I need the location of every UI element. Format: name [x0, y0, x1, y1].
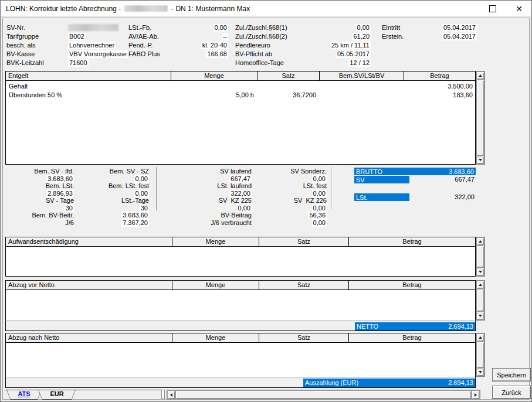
bem-sv-lfd-label: Bem. SV - lfd. — [34, 168, 74, 175]
scrollbar-thumb[interactable] — [476, 246, 484, 268]
column-header-satz: Satz — [259, 237, 349, 246]
scrollbar-thumb[interactable] — [476, 80, 484, 156]
grid-row-ueberstunden[interactable]: Überstunden 50 % 5,00 h 36,7200 183,60 — [6, 91, 475, 100]
scroll-left-button[interactable] — [167, 390, 175, 399]
zurueck-button[interactable]: Zurück — [492, 386, 531, 399]
horizontal-scrollbar[interactable] — [167, 390, 480, 400]
bv-beitrag-value: 56,36 — [308, 212, 327, 219]
tab-strip-handle[interactable] — [161, 390, 165, 399]
column-header-abzug-nach: Abzug nach Netto — [6, 333, 172, 342]
sv-laufend-label: SV laufend — [220, 168, 252, 175]
zuschlag-68-2-value[interactable]: 61,20 — [352, 33, 371, 40]
close-button[interactable]: ✕ — [513, 3, 525, 14]
homeoffice-tage-label: Homeoffice-Tage — [235, 59, 284, 67]
fabo-plus-value[interactable]: 166,68 — [206, 50, 228, 58]
j6-verbraucht-value: 0,00 — [312, 219, 327, 227]
netto-band: NETTO 2.694,13 — [5, 321, 476, 331]
bv-kasse-value[interactable]: VBV Vorsorgekasse — [68, 50, 128, 58]
aufwand-grid-body[interactable] — [5, 247, 476, 277]
entgelt-vertical-scrollbar[interactable] — [476, 71, 485, 165]
abzug-nach-netto-grid: Abzug nach Netto Menge Satz Betrag — [5, 333, 476, 377]
grid-row-gehalt[interactable]: Gehalt 3.500,00 — [6, 82, 475, 91]
scroll-up-button[interactable] — [476, 333, 484, 342]
homeoffice-tage-value[interactable]: 12 / 12 — [348, 59, 371, 67]
tab-ats[interactable]: ATS — [6, 390, 42, 400]
column-header-menge: Menge — [172, 281, 259, 289]
entgelt-grid-body: Gehalt 3.500,00 Überstunden 50 % 5,00 h … — [5, 81, 476, 165]
netto-label: NETTO — [357, 323, 378, 331]
j6-value: 7.367,20 — [121, 219, 149, 227]
scroll-right-icon — [475, 393, 477, 397]
besch-als-value[interactable]: Lohnverrechner — [68, 42, 116, 49]
aufwand-vertical-scrollbar[interactable] — [476, 237, 485, 277]
bv-pflicht-ab-value[interactable]: 05.05.2017 — [336, 50, 371, 58]
pend-p-value[interactable]: kl. 20-40 — [201, 42, 228, 49]
aufwand-grid-header: Aufwandsentschädigung Menge Satz Betrag — [5, 237, 476, 247]
entgelt-grid-header: Entgelt Menge Satz Bem.SV/LSt/BV Betrag — [5, 71, 476, 81]
abzug-nach-netto-vertical-scrollbar[interactable] — [476, 333, 485, 377]
lst-total-value: 322,00 — [455, 193, 475, 201]
bvk-leitzahl-value[interactable]: 71600 — [68, 59, 89, 67]
bv-kasse-label: BV-Kasse — [6, 50, 35, 58]
maximize-button[interactable] — [487, 3, 499, 14]
window-title-prefix: LOHN: Korrektur letzte Abrechnung - — [6, 5, 121, 13]
zuschlag-68-1-value[interactable]: 0,00 — [356, 24, 371, 32]
tab-eur[interactable]: EUR — [38, 390, 76, 400]
close-icon: ✕ — [516, 5, 523, 13]
bem-bv-beitr-label: Bem. BV-Beitr. — [32, 212, 74, 219]
lst-fest-label: LSt. fest — [303, 182, 327, 190]
netto-value: 2.694,13 — [448, 323, 473, 331]
lst-laufend-label: LSt. laufend — [217, 182, 252, 190]
lst-tage-label: LSt.-Tage — [121, 197, 149, 205]
abzug-nach-netto-grid-body[interactable] — [5, 343, 476, 377]
erstein-value[interactable]: 05.04.2017 — [442, 33, 477, 40]
sv-kz226-label: SV KZ 226 — [294, 197, 327, 205]
sv-nr-redacted-value — [68, 24, 118, 31]
sv-total-value: 667,47 — [455, 176, 475, 183]
zuschlag-68-2-label: Zul./Zuschl.§68(2) — [235, 33, 287, 40]
column-header-menge: Menge — [171, 71, 257, 80]
scroll-down-button[interactable] — [476, 268, 484, 276]
column-header-betrag: Betrag — [349, 237, 475, 246]
brutto-label: BRUTTO — [356, 168, 382, 176]
scroll-down-button[interactable] — [476, 368, 484, 376]
scrollbar-thumb[interactable] — [476, 289, 484, 312]
column-header-betrag: Betrag — [349, 281, 475, 289]
abzug-vor-netto-vertical-scrollbar[interactable] — [476, 280, 485, 321]
bv-beitrag-label: BV-Beitrag — [221, 212, 252, 219]
row-betrag: 3.500,00 — [448, 82, 473, 90]
av-ae-ab-value[interactable]: -- — [222, 33, 228, 40]
scroll-right-button[interactable] — [472, 390, 480, 399]
erstein-label: Erstein. — [382, 33, 404, 40]
row-betrag: 183,60 — [453, 91, 473, 99]
lst-fb-value[interactable]: 0,00 — [214, 24, 228, 32]
scrollbar-thumb[interactable] — [476, 342, 484, 368]
row-bezeichnung: Gehalt — [9, 82, 28, 90]
bv-pflicht-ab-label: BV-Pflicht ab — [235, 50, 272, 58]
scroll-left-icon — [170, 393, 172, 397]
tarifgruppe-value[interactable]: B002 — [68, 33, 86, 40]
column-header-menge: Menge — [172, 237, 259, 246]
window-title: LOHN: Korrektur letzte Abrechnung - - DN… — [6, 5, 250, 13]
scroll-up-button[interactable] — [476, 237, 484, 246]
scroll-down-button[interactable] — [476, 156, 484, 164]
pendlereuro-value[interactable]: 25 km / 11,11 — [330, 42, 371, 49]
tab-ats-label: ATS — [6, 390, 42, 398]
j6-label: J/6 — [65, 219, 74, 227]
scroll-down-button[interactable] — [476, 312, 484, 320]
entgelt-grid: Entgelt Menge Satz Bem.SV/LSt/BV Betrag … — [5, 71, 476, 165]
sv-total-badge: SV — [354, 176, 409, 183]
speichern-button[interactable]: Speichern — [492, 368, 531, 381]
column-header-aufwand: Aufwandsentschädigung — [6, 237, 172, 246]
window-title-suffix: - DN 1: Mustermann Max — [171, 5, 250, 13]
bvk-leitzahl-label: BVK-Leitzahl — [6, 59, 44, 67]
scroll-up-button[interactable] — [476, 281, 484, 289]
sv-total-label: SV — [356, 176, 365, 184]
maximize-icon — [489, 5, 496, 12]
eintritt-value[interactable]: 05.04.2017 — [442, 24, 477, 32]
abzug-vor-netto-grid-body[interactable] — [5, 290, 476, 321]
scrollbar-thumb[interactable] — [175, 390, 472, 399]
scroll-down-icon — [479, 371, 482, 373]
scroll-up-button[interactable] — [476, 71, 484, 80]
brutto-row: BRUTTO 3.683,60 — [354, 168, 476, 175]
